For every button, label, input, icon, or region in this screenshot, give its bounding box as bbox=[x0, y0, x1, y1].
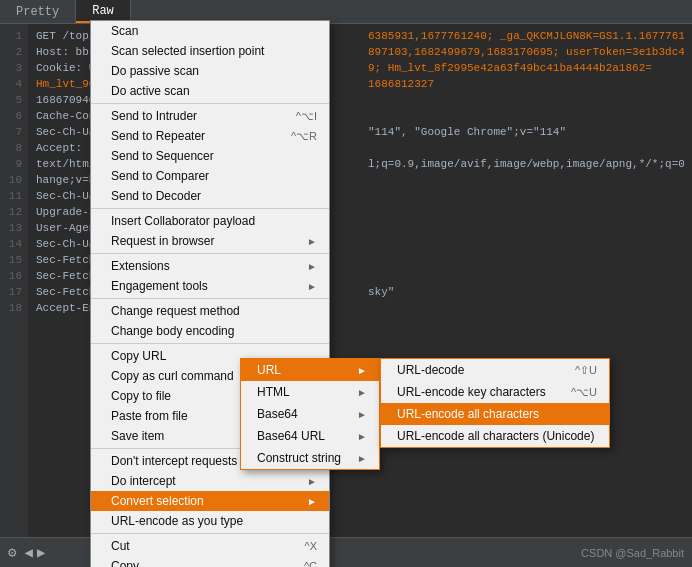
menu-convert-selection[interactable]: Convert selection► bbox=[91, 491, 329, 511]
sep-7 bbox=[91, 533, 329, 534]
submenu-base64[interactable]: Base64► bbox=[241, 403, 379, 425]
menu-passive-scan[interactable]: Do passive scan bbox=[91, 61, 329, 81]
sep-1 bbox=[91, 103, 329, 104]
menu-send-decoder[interactable]: Send to Decoder bbox=[91, 186, 329, 206]
forward-arrow-icon[interactable]: ▶ bbox=[37, 544, 45, 561]
submenu-url[interactable]: URL► bbox=[241, 359, 379, 381]
submenu-html[interactable]: HTML► bbox=[241, 381, 379, 403]
menu-url-encode-type[interactable]: URL-encode as you type bbox=[91, 511, 329, 531]
menu-send-comparer[interactable]: Send to Comparer bbox=[91, 166, 329, 186]
menu-extensions[interactable]: Extensions► bbox=[91, 256, 329, 276]
menu-change-encoding[interactable]: Change body encoding bbox=[91, 321, 329, 341]
menu-scan[interactable]: Scan bbox=[91, 21, 329, 41]
submenu-construct[interactable]: Construct string► bbox=[241, 447, 379, 469]
menu-do-intercept[interactable]: Do intercept► bbox=[91, 471, 329, 491]
status-credit: CSDN @Sad_Rabbit bbox=[581, 547, 684, 559]
menu-scan-insertion[interactable]: Scan selected insertion point bbox=[91, 41, 329, 61]
menu-change-method[interactable]: Change request method bbox=[91, 301, 329, 321]
menu-send-sequencer[interactable]: Send to Sequencer bbox=[91, 146, 329, 166]
back-arrow-icon[interactable]: ◀ bbox=[24, 544, 32, 561]
code-right: 6385931,1677761240; _ga_QKCMJLGN8K=GS1.1… bbox=[360, 24, 692, 537]
submenu-url-encode-key[interactable]: URL-encode key characters^⌥U bbox=[381, 381, 609, 403]
sep-4 bbox=[91, 298, 329, 299]
submenu-base64url[interactable]: Base64 URL► bbox=[241, 425, 379, 447]
sep-2 bbox=[91, 208, 329, 209]
settings-icon[interactable]: ⚙ bbox=[8, 544, 16, 561]
line-numbers: 12345 678910 1112131415 161718 bbox=[0, 24, 28, 537]
menu-send-repeater[interactable]: Send to Repeater^⌥R bbox=[91, 126, 329, 146]
menu-active-scan[interactable]: Do active scan bbox=[91, 81, 329, 101]
nav-arrows: ◀ ▶ bbox=[24, 544, 45, 561]
context-menu: Scan Scan selected insertion point Do pa… bbox=[90, 20, 330, 567]
submenu-url-encode-all[interactable]: URL-encode all characters bbox=[381, 403, 609, 425]
menu-copy[interactable]: Copy^C bbox=[91, 556, 329, 567]
menu-cut[interactable]: Cut^X bbox=[91, 536, 329, 556]
menu-insert-collaborator[interactable]: Insert Collaborator payload bbox=[91, 211, 329, 231]
submenu-url-options: URL-decode^⇧U URL-encode key characters^… bbox=[380, 358, 610, 448]
status-icons: ⚙ bbox=[8, 544, 16, 561]
submenu-url-encode-unicode[interactable]: URL-encode all characters (Unicode) bbox=[381, 425, 609, 447]
tab-pretty[interactable]: Pretty bbox=[0, 0, 76, 23]
menu-engagement[interactable]: Engagement tools► bbox=[91, 276, 329, 296]
menu-send-intruder[interactable]: Send to Intruder^⌥I bbox=[91, 106, 329, 126]
menu-request-browser[interactable]: Request in browser► bbox=[91, 231, 329, 251]
sep-5 bbox=[91, 343, 329, 344]
sep-3 bbox=[91, 253, 329, 254]
submenu-url-decode[interactable]: URL-decode^⇧U bbox=[381, 359, 609, 381]
submenu-convert: URL► HTML► Base64► Base64 URL► Construct… bbox=[240, 358, 380, 470]
